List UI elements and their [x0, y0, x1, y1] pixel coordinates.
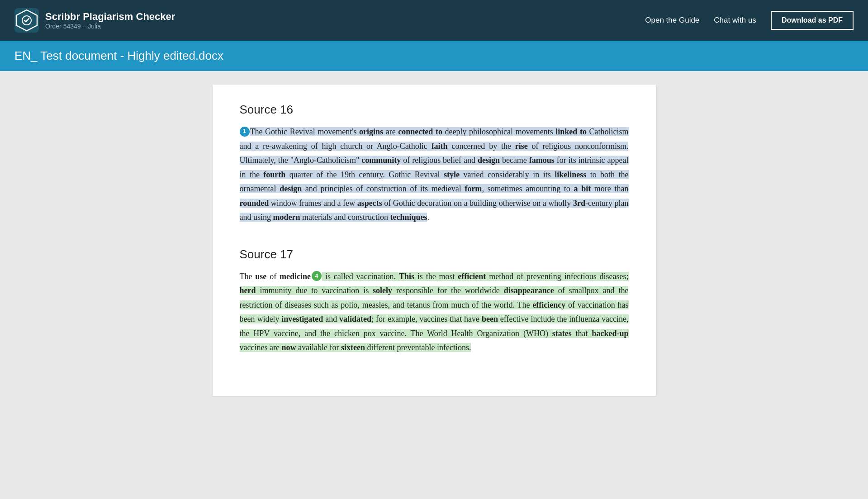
badge-1: 1: [240, 127, 250, 137]
source-17-paragraph: The use of medicine4 is called vaccinati…: [240, 270, 629, 355]
document-title: EN_ Test document - Highly edited.docx: [14, 49, 854, 63]
logo-title: Scribbr Plagiarism Checker: [45, 11, 175, 23]
logo-text-block: Scribbr Plagiarism Checker Order 54349 –…: [45, 11, 175, 30]
logo-subtitle: Order 54349 – Julia: [45, 23, 175, 30]
download-pdf-button[interactable]: Download as PDF: [771, 11, 854, 30]
header: Scribbr Plagiarism Checker Order 54349 –…: [0, 0, 868, 41]
text-segment: The use of medicine: [240, 272, 311, 281]
header-nav: Open the Guide Chat with us Download as …: [645, 11, 854, 30]
source-16-section: Source 16 1The Gothic Revival movement's…: [240, 103, 629, 225]
text-segment-hl: is called vaccination. This is the most …: [240, 272, 629, 352]
blue-bar: EN_ Test document - Highly edited.docx: [0, 41, 868, 71]
chat-with-us-link[interactable]: Chat with us: [714, 16, 756, 25]
document-panel: Source 16 1The Gothic Revival movement's…: [213, 85, 656, 396]
logo-icon: [14, 8, 39, 33]
source-16-paragraph: 1The Gothic Revival movement's origins a…: [240, 125, 629, 225]
text-segment: The Gothic Revival movement's origins ar…: [240, 127, 629, 222]
text-segment-end: .: [427, 213, 429, 222]
source-17-heading: Source 17: [240, 247, 629, 261]
main-area: Source 16 1The Gothic Revival movement's…: [0, 71, 868, 499]
open-guide-link[interactable]: Open the Guide: [645, 16, 699, 25]
source-16-heading: Source 16: [240, 103, 629, 117]
source-17-section: Source 17 The use of medicine4 is called…: [240, 247, 629, 355]
badge-4: 4: [312, 271, 322, 281]
logo-area: Scribbr Plagiarism Checker Order 54349 –…: [14, 8, 645, 33]
